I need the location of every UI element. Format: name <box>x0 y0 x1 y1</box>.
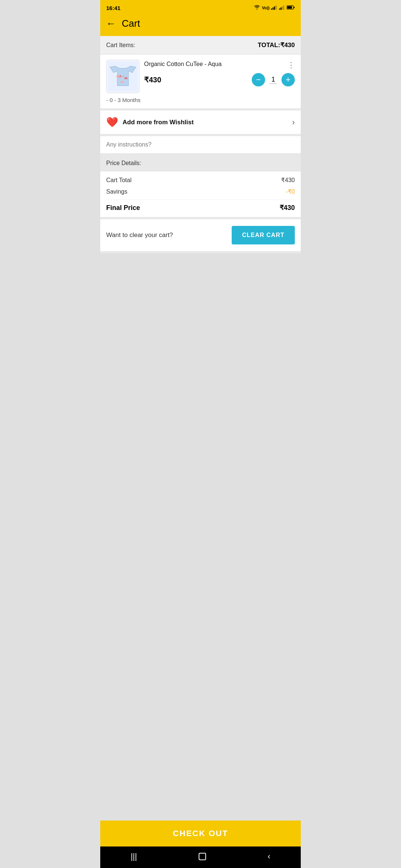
status-icons: Vo)) <box>254 5 295 11</box>
cart-total-row: Cart Total ₹430 <box>106 177 295 184</box>
cart-total-value: TOTAL:₹430 <box>258 41 295 49</box>
savings-label: Savings <box>106 188 127 195</box>
cart-total-price: ₹430 <box>281 177 295 184</box>
checkout-section: CHECK OUT <box>100 821 301 846</box>
svg-rect-3 <box>276 5 277 10</box>
svg-point-16 <box>126 78 127 78</box>
svg-rect-7 <box>283 5 284 10</box>
volte-icon: Vo)) <box>262 6 270 10</box>
instructions-section <box>100 136 301 155</box>
decrease-qty-button[interactable]: − <box>252 73 265 86</box>
increase-qty-button[interactable]: + <box>281 73 295 86</box>
cart-summary-row: Cart Items: TOTAL:₹430 <box>100 36 301 55</box>
svg-rect-10 <box>294 7 294 8</box>
bottom-nav-bar: ||| ‹ <box>100 846 301 868</box>
nav-back-icon[interactable]: ‹ <box>268 852 270 861</box>
svg-rect-0 <box>271 8 272 10</box>
back-button[interactable]: ← <box>106 18 116 29</box>
final-price-label: Final Price <box>106 204 140 212</box>
instructions-input[interactable] <box>106 141 295 148</box>
content-spacer <box>100 253 301 821</box>
app-header: ← Cart <box>100 14 301 36</box>
page-title: Cart <box>122 18 140 29</box>
heart-icon: ❤️ <box>106 116 118 128</box>
wifi-icon <box>254 5 260 11</box>
clear-cart-section: Want to clear your cart? CLEAR CART <box>100 219 301 253</box>
svg-rect-6 <box>282 6 283 10</box>
clear-cart-button[interactable]: CLEAR CART <box>232 226 295 244</box>
svg-point-14 <box>120 81 124 83</box>
svg-rect-17 <box>199 853 206 860</box>
nav-recent-apps-icon[interactable]: ||| <box>131 852 137 861</box>
product-variant: - 0 - 3 Months <box>106 97 295 103</box>
svg-rect-2 <box>274 6 275 10</box>
clear-cart-prompt: Want to clear your cart? <box>106 231 173 239</box>
signal2-icon <box>279 5 285 11</box>
product-image <box>106 60 140 93</box>
chevron-right-icon: › <box>292 118 295 127</box>
product-name: Organic Cotton CuTee - Aqua <box>144 60 222 68</box>
quantity-controls: − 1 + <box>252 73 295 86</box>
cart-item-card: Organic Cotton CuTee - Aqua ⋮ ₹430 − 1 +… <box>100 55 301 111</box>
svg-point-12 <box>118 75 122 78</box>
svg-rect-5 <box>281 7 282 10</box>
product-info: Organic Cotton CuTee - Aqua ⋮ ₹430 − 1 + <box>144 60 295 86</box>
product-price: ₹430 <box>144 75 161 84</box>
product-more-menu-icon[interactable]: ⋮ <box>287 60 295 69</box>
price-details-body: Cart Total ₹430 Savings -₹0 Final Price … <box>100 171 301 219</box>
cart-total-label: Cart Total <box>106 177 131 184</box>
checkout-button[interactable]: CHECK OUT <box>100 821 301 846</box>
battery-icon <box>287 5 295 11</box>
nav-home-icon[interactable] <box>198 852 207 861</box>
quantity-value: 1 <box>270 76 277 84</box>
price-divider <box>106 200 295 200</box>
price-details-header: Price Details: <box>100 155 301 171</box>
wishlist-label: Add more from Wishlist <box>123 119 292 126</box>
cart-items-label: Cart Items: <box>106 42 135 49</box>
final-price-row: Final Price ₹430 <box>106 204 295 212</box>
svg-point-13 <box>124 77 128 79</box>
svg-rect-4 <box>279 8 280 10</box>
add-from-wishlist-banner[interactable]: ❤️ Add more from Wishlist › <box>100 111 301 136</box>
signal-icon <box>271 5 278 11</box>
status-time: 16:41 <box>106 5 120 11</box>
svg-rect-1 <box>273 7 274 10</box>
svg-point-15 <box>120 76 121 76</box>
savings-row: Savings -₹0 <box>106 188 295 195</box>
final-price-value: ₹430 <box>280 204 295 212</box>
status-bar: 16:41 Vo)) <box>100 0 301 14</box>
savings-value: -₹0 <box>286 188 295 195</box>
svg-rect-9 <box>287 6 292 8</box>
